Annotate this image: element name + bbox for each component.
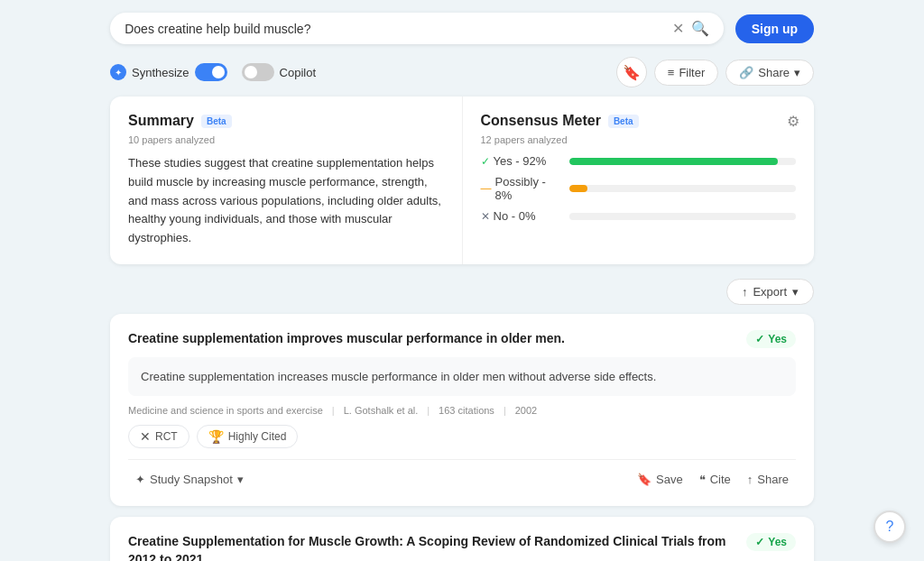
study-snapshot-button[interactable]: ✦ Study Snapshot ▾ — [128, 469, 251, 490]
synthesize-icon: ✦ — [110, 64, 126, 80]
cite-icon: ❝ — [699, 473, 706, 486]
summary-papers-count: 10 papers analyzed — [128, 134, 444, 145]
save-button[interactable]: 🔖 Save — [630, 469, 690, 490]
paper-card: Creatine supplementation improves muscul… — [110, 314, 814, 507]
help-button[interactable]: ? — [873, 510, 906, 543]
search-bar: ✕ 🔍 — [110, 13, 724, 44]
consensus-yes-row: ✓ Yes - 92% — [481, 154, 797, 168]
no-bar-track — [569, 213, 797, 220]
copilot-toggle[interactable]: Copilot — [242, 63, 316, 81]
synthesize-toggle[interactable]: ✦ Synthesize — [110, 63, 227, 81]
paper-title: Creatine supplementation improves muscul… — [128, 330, 735, 348]
synthesize-toggle-switch[interactable] — [195, 63, 227, 81]
main-content: Summary Beta 10 papers analyzed These st… — [92, 97, 832, 561]
paper-title: Creatine Supplementation for Muscle Grow… — [128, 533, 735, 561]
yes-check-icon: ✓ — [481, 155, 490, 168]
verdict-label: Yes — [768, 333, 787, 345]
save-label: Save — [656, 473, 683, 486]
export-chevron-icon: ▾ — [792, 285, 799, 299]
paper-meta: Medicine and science in sports and exerc… — [128, 405, 796, 416]
paper-authors: L. Gotshalk et al. — [344, 405, 419, 416]
share-paper-icon: ↑ — [747, 473, 753, 486]
consensus-no-label: ✕ No - 0% — [481, 209, 562, 223]
clear-icon[interactable]: ✕ — [672, 20, 684, 37]
consensus-papers-count: 12 papers analyzed — [481, 134, 797, 145]
consensus-filter-icon[interactable]: ⚙ — [787, 113, 799, 130]
share-label: Share — [758, 66, 790, 79]
search-icon[interactable]: 🔍 — [691, 20, 709, 37]
possibly-dash-icon: — — [481, 182, 492, 195]
summary-text: These studies suggest that creatine supp… — [128, 154, 444, 248]
save-icon: 🔖 — [637, 473, 651, 486]
synthesize-label: Synthesize — [132, 66, 189, 79]
study-snapshot-chevron-icon: ▾ — [237, 473, 244, 486]
toolbar: ✦ Synthesize Copilot 🔖 ≡ Filter 🔗 Share … — [92, 57, 832, 97]
filter-button[interactable]: ≡ Filter — [654, 60, 718, 86]
verdict-check-icon: ✓ — [755, 333, 764, 345]
export-row: ↑ Export ▾ — [110, 279, 814, 305]
consensus-possibly-label: — Possibly - 8% — [481, 175, 562, 202]
export-icon: ↑ — [742, 285, 748, 299]
summary-heading: Summary — [128, 113, 194, 129]
highly-cited-icon: 🏆 — [208, 429, 224, 444]
consensus-no-row: ✕ No - 0% — [481, 209, 797, 223]
rct-label: RCT — [155, 430, 178, 443]
consensus-yes-label: ✓ Yes - 92% — [481, 154, 562, 168]
search-input[interactable] — [125, 22, 665, 36]
tag-highly-cited: 🏆 Highly Cited — [197, 425, 299, 448]
study-snapshot-icon: ✦ — [135, 473, 145, 486]
export-label: Export — [753, 285, 787, 299]
toolbar-right: 🔖 ≡ Filter 🔗 Share ▾ — [616, 57, 814, 87]
verdict-badge: ✓ Yes — [746, 533, 796, 551]
summary-beta-badge: Beta — [201, 115, 232, 128]
filter-icon: ≡ — [668, 66, 675, 79]
paper-citations: 163 citations — [439, 405, 494, 416]
bookmark-button[interactable]: 🔖 — [616, 57, 647, 87]
paper-header: Creatine Supplementation for Muscle Grow… — [128, 533, 796, 561]
summary-consensus-row: Summary Beta 10 papers analyzed These st… — [110, 97, 814, 264]
copilot-toggle-switch[interactable] — [242, 63, 274, 81]
paper-footer: ✦ Study Snapshot ▾ 🔖 Save ❝ Cite ↑ Share — [128, 459, 796, 490]
yes-bar-track — [569, 158, 797, 165]
cite-label: Cite — [710, 473, 731, 486]
copilot-label: Copilot — [280, 66, 316, 79]
paper-journal: Medicine and science in sports and exerc… — [128, 405, 323, 416]
toggle-group: ✦ Synthesize Copilot — [110, 63, 316, 81]
signup-button[interactable]: Sign up — [735, 14, 814, 43]
share-icon: 🔗 — [739, 66, 753, 79]
verdict-label: Yes — [768, 536, 787, 548]
share-chevron-icon: ▾ — [794, 66, 800, 79]
possibly-bar-fill — [569, 185, 587, 192]
verdict-check-icon: ✓ — [755, 536, 764, 548]
consensus-beta-badge: Beta — [608, 115, 639, 128]
consensus-heading: Consensus Meter — [481, 113, 601, 129]
summary-title-row: Summary Beta — [128, 113, 444, 129]
paper-header: Creatine supplementation improves muscul… — [128, 330, 796, 348]
paper-tags: ✕ RCT 🏆 Highly Cited — [128, 425, 796, 448]
rct-icon: ✕ — [140, 429, 151, 444]
share-paper-button[interactable]: ↑ Share — [740, 469, 796, 490]
summary-panel: Summary Beta 10 papers analyzed These st… — [110, 97, 463, 264]
study-snapshot-label: Study Snapshot — [150, 473, 233, 486]
highly-cited-label: Highly Cited — [228, 430, 287, 443]
consensus-title-row: Consensus Meter Beta — [481, 113, 797, 129]
tag-rct: ✕ RCT — [128, 425, 189, 448]
cite-button[interactable]: ❝ Cite — [692, 469, 738, 490]
verdict-badge: ✓ Yes — [746, 330, 796, 348]
consensus-panel: ⚙ Consensus Meter Beta 12 papers analyze… — [463, 97, 815, 264]
consensus-possibly-row: — Possibly - 8% — [481, 175, 797, 202]
paper-actions-right: 🔖 Save ❝ Cite ↑ Share — [630, 469, 796, 490]
paper-year: 2002 — [515, 405, 537, 416]
paper-snippet: Creatine supplementation increases muscl… — [128, 357, 796, 397]
filter-label: Filter — [679, 66, 705, 79]
paper-card: Creatine Supplementation for Muscle Grow… — [110, 517, 814, 561]
possibly-bar-track — [569, 185, 797, 192]
export-button[interactable]: ↑ Export ▾ — [726, 279, 814, 305]
header: ✕ 🔍 Sign up — [0, 0, 924, 57]
yes-bar-fill — [569, 158, 778, 165]
share-paper-label: Share — [757, 473, 789, 486]
share-button[interactable]: 🔗 Share ▾ — [725, 60, 814, 86]
no-cross-icon: ✕ — [481, 210, 490, 223]
